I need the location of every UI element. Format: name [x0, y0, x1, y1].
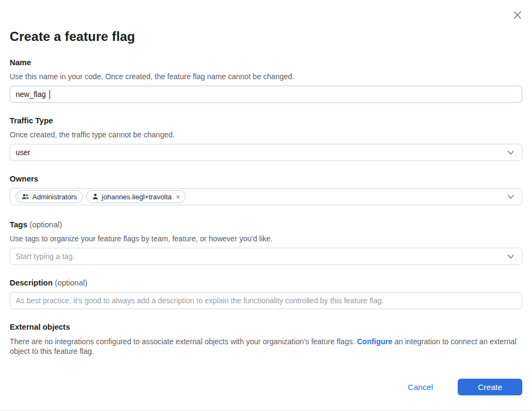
tags-label: Tags (optional)	[10, 220, 522, 229]
tags-input[interactable]: Start typing a tag.	[10, 248, 522, 265]
tags-optional-text: (optional)	[30, 220, 62, 229]
name-input-value: new_flag	[16, 90, 46, 99]
owner-chip-label: johannes.liegl+travolta	[102, 193, 172, 201]
traffic-type-description: Once created, the traffic type cannot be…	[10, 130, 522, 140]
owners-label: Owners	[10, 175, 522, 184]
name-description: Use this name in your code. Once created…	[10, 72, 522, 81]
owners-field-section: Owners Administrators	[10, 175, 522, 205]
close-button[interactable]	[510, 8, 524, 22]
traffic-type-select[interactable]: user	[10, 144, 522, 161]
page-title: Create a feature flag	[10, 0, 522, 44]
owner-chip-user[interactable]: johannes.liegl+travolta ×	[86, 190, 186, 203]
name-field-section: Name Use this name in your code. Once cr…	[10, 58, 522, 103]
modal-footer: Cancel Create	[10, 379, 522, 395]
traffic-type-field-section: Traffic Type Once created, the traffic t…	[10, 116, 522, 161]
create-feature-flag-modal: Create a feature flag Name Use this name…	[0, 0, 532, 410]
remove-owner-icon[interactable]: ×	[176, 193, 180, 200]
cancel-button[interactable]: Cancel	[408, 382, 433, 392]
owners-select[interactable]: Administrators johannes.liegl+travolta ×	[10, 188, 522, 205]
group-icon	[22, 193, 29, 200]
name-input[interactable]: new_flag	[10, 86, 522, 103]
configure-link[interactable]: Configure	[357, 337, 393, 346]
description-label: Description (optional)	[10, 278, 522, 288]
description-label-text: Description	[10, 278, 53, 287]
external-objects-section: External objects There are no integratio…	[10, 323, 522, 356]
description-field-section: Description (optional)	[10, 278, 522, 309]
chevron-down-icon	[507, 148, 514, 157]
tags-field-section: Tags (optional) Use tags to organize you…	[10, 220, 522, 265]
traffic-type-value: user	[16, 148, 30, 157]
name-label: Name	[10, 58, 522, 67]
person-icon	[92, 193, 99, 200]
external-objects-label: External objects	[10, 323, 522, 332]
tags-label-text: Tags	[10, 220, 27, 229]
chevron-down-icon	[507, 252, 514, 261]
text-caret	[50, 90, 50, 99]
chevron-down-icon	[507, 192, 514, 201]
external-objects-text-before: There are no integrations configured to …	[10, 337, 357, 346]
tags-description: Use tags to organize your feature flags …	[10, 234, 522, 243]
external-objects-text: There are no integrations configured to …	[10, 337, 522, 356]
description-optional-text: (optional)	[55, 278, 87, 287]
close-icon	[512, 9, 523, 21]
description-input[interactable]	[10, 292, 522, 309]
traffic-type-label: Traffic Type	[10, 116, 522, 126]
owner-chip-administrators[interactable]: Administrators	[16, 190, 83, 203]
tags-placeholder: Start typing a tag.	[16, 252, 75, 261]
create-button[interactable]: Create	[458, 379, 522, 395]
owner-chip-label: Administrators	[32, 193, 77, 201]
